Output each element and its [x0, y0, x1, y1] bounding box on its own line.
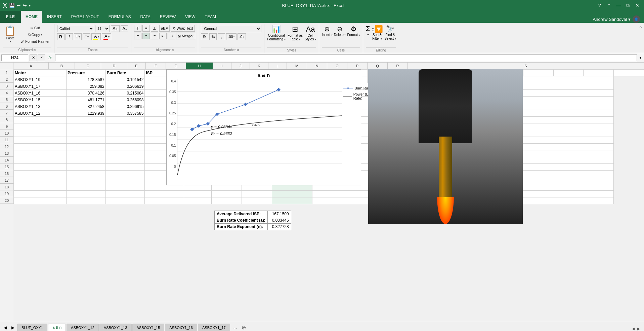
align-bottom-button[interactable]: ⊥	[151, 25, 158, 32]
col-header-J[interactable]: J	[231, 63, 250, 69]
cell-A8[interactable]	[14, 117, 67, 123]
row-header-11[interactable]: 11	[0, 137, 13, 143]
insert-button[interactable]: ⊕ Insert ▾	[322, 25, 333, 37]
cell-A13[interactable]	[14, 150, 67, 157]
col-header-R[interactable]: R	[388, 63, 408, 69]
cell-C1[interactable]: Burn Rate	[105, 70, 145, 76]
cell-A19[interactable]	[14, 191, 67, 197]
tab-file[interactable]: FILE	[0, 11, 21, 23]
row-header-20[interactable]: 20	[0, 197, 13, 204]
sheet-tab-asboxy1-16[interactable]: ASBOXY1_16	[165, 324, 197, 331]
cell-A2[interactable]: ASBOXY1_19	[14, 76, 67, 83]
more-sheets-button[interactable]: ...	[231, 324, 240, 331]
cell-A18[interactable]	[14, 184, 67, 191]
cancel-formula-button[interactable]: ✕	[30, 54, 37, 61]
row-header-13[interactable]: 13	[0, 150, 13, 157]
tab-home[interactable]: HOME	[21, 11, 42, 23]
col-header-D[interactable]: D	[101, 63, 127, 69]
font-size-select[interactable]: 11	[95, 25, 110, 32]
col-header-I[interactable]: I	[213, 63, 231, 69]
copy-button[interactable]: ⧉Copy▾	[19, 32, 51, 38]
col-header-N[interactable]: N	[307, 63, 327, 69]
cell-C5[interactable]: 0.256098	[105, 97, 145, 103]
cell-S1[interactable]	[614, 70, 644, 76]
row-header-3[interactable]: 3	[0, 83, 13, 89]
col-header-G[interactable]: G	[166, 63, 186, 69]
chart-container[interactable]: a & n 0.4 0.35 0.3 0.25 0.2 0.15 0.1 0.0…	[166, 69, 361, 185]
col-header-Q[interactable]: Q	[368, 63, 388, 69]
corner-cell[interactable]	[0, 63, 13, 69]
sheet-tab-asboxy1-12[interactable]: ASBOXY1_12	[67, 324, 99, 331]
cell-C7[interactable]: 0.357585	[105, 110, 145, 117]
col-header-O[interactable]: O	[327, 63, 347, 69]
help-button[interactable]: ?	[596, 1, 604, 9]
align-middle-button[interactable]: ≡	[142, 25, 150, 32]
merge-center-button[interactable]: ⊠ Merge▾	[176, 33, 195, 39]
italic-button[interactable]: I	[66, 33, 73, 40]
borders-button[interactable]: ⊞▾	[83, 33, 90, 40]
tab-formulas[interactable]: FORMULAS	[104, 11, 136, 23]
cell-A7[interactable]: ASBOXY1_12	[14, 110, 67, 117]
format-painter-button[interactable]: 🖌Format Painter	[19, 38, 51, 44]
tab-view[interactable]: VIEW	[180, 11, 200, 23]
conditional-formatting-button[interactable]: 📊 ConditionalFormatting ▾	[267, 25, 286, 41]
sheet-scroll-right[interactable]: ▶	[637, 327, 640, 331]
sort-filter-button[interactable]: ↕🔽 Sort &Filter ▾	[371, 25, 383, 40]
row-header-6[interactable]: 6	[0, 103, 13, 110]
user-area[interactable]: Andrew Sandoval ▾ 👤	[589, 15, 644, 23]
bold-button[interactable]: B	[57, 33, 65, 40]
find-select-button[interactable]: 🔭 Find &Select ▾	[384, 25, 396, 40]
tab-review[interactable]: REVIEW	[155, 11, 180, 23]
font-color-button[interactable]: A ▾	[102, 33, 111, 40]
row-header-8[interactable]: 8	[0, 116, 13, 123]
col-header-C[interactable]: C	[75, 63, 101, 69]
dec-decrease-button[interactable]: .0↓	[238, 33, 246, 40]
align-left-button[interactable]: ≡	[134, 33, 141, 39]
row-header-5[interactable]: 5	[0, 96, 13, 103]
col-header-M[interactable]: M	[287, 63, 307, 69]
dec-increase-button[interactable]: .00↑	[226, 33, 237, 40]
format-button[interactable]: ⚙ Format ▾	[347, 25, 360, 37]
tab-data[interactable]: DATA	[135, 11, 155, 23]
row-header-4[interactable]: 4	[0, 89, 13, 96]
close-button[interactable]: ✕	[633, 1, 641, 9]
decrease-indent-button[interactable]: ⇤	[159, 33, 167, 39]
maximize-button[interactable]: ⧉	[624, 1, 632, 9]
wrap-text-button[interactable]: ⟲ Wrap Text	[171, 25, 195, 32]
formula-input[interactable]	[55, 54, 637, 61]
name-box[interactable]	[1, 54, 28, 61]
comma-button[interactable]: ,	[218, 33, 225, 40]
stats-value-coeff[interactable]: 0.033445	[267, 217, 291, 224]
font-grow-button[interactable]: A+	[111, 25, 120, 32]
sheet-tab-asboxy1-13[interactable]: ASBOXY1_13	[99, 324, 132, 331]
cell-B4[interactable]: 370.4126	[67, 90, 106, 97]
cell-B6[interactable]: 827.2458	[67, 103, 106, 110]
currency-button[interactable]: $▾	[201, 33, 208, 40]
stats-label-isp[interactable]: Average Delivered ISP:	[215, 211, 268, 217]
cell-A16[interactable]	[14, 171, 67, 177]
autosum-button[interactable]: Σ ▾	[366, 25, 370, 36]
row-header-9[interactable]: 9	[0, 123, 13, 130]
cell-R1[interactable]	[584, 70, 614, 76]
paste-button[interactable]: 📋 Paste ▾	[3, 25, 18, 43]
delete-button[interactable]: ⊖ Delete ▾	[334, 25, 346, 37]
cell-styles-button[interactable]: Aa CellStyles ▾	[305, 25, 316, 41]
cell-C3[interactable]: 0.206619	[105, 83, 145, 90]
row-header-7[interactable]: 7	[0, 110, 13, 116]
cell-A10[interactable]	[14, 130, 67, 137]
cell-A15[interactable]	[14, 164, 67, 171]
row-header-1[interactable]: 1	[0, 69, 13, 76]
cell-B8[interactable]	[67, 117, 106, 123]
cell-A1[interactable]: Motor	[14, 70, 67, 76]
underline-button[interactable]: U▾	[74, 33, 82, 40]
cell-B3[interactable]: 259.082	[67, 83, 106, 90]
cell-A6[interactable]: ASBOXY1_13	[14, 103, 67, 110]
cell-C2[interactable]: 0.191542	[105, 76, 145, 83]
tab-insert[interactable]: INSERT	[42, 11, 67, 23]
cell-A14[interactable]	[14, 157, 67, 164]
stats-value-exp[interactable]: 0.327728	[267, 224, 291, 230]
tab-page-layout[interactable]: PAGE LAYOUT	[67, 11, 104, 23]
cell-A5[interactable]: ASBOXY1_15	[14, 97, 67, 103]
row-header-2[interactable]: 2	[0, 76, 13, 83]
cell-B1[interactable]: Pressure	[67, 70, 106, 76]
